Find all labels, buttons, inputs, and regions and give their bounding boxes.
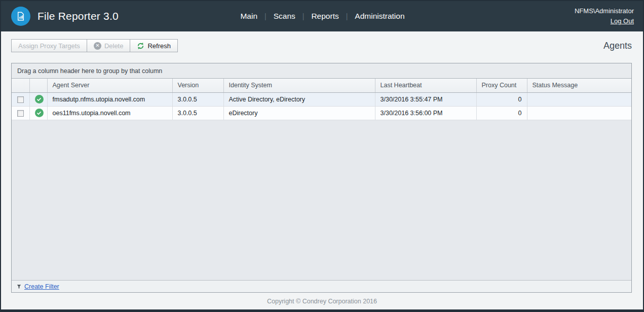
group-by-hint: Drag a column header here to group by th…	[17, 67, 162, 75]
column-header-identity-system[interactable]: Identity System	[223, 79, 375, 92]
app-header: File Reporter 3.0 Main | Scans | Reports…	[1, 1, 643, 31]
agent-ok-status-icon	[35, 95, 44, 103]
refresh-label: Refresh	[147, 42, 171, 50]
last-heartbeat-cell: 3/30/2016 3:56:00 PM	[375, 106, 476, 120]
proxy-count-cell: 0	[476, 106, 527, 120]
copyright-text: Copyright © Condrey Corporation 2016	[267, 298, 377, 305]
logged-in-user: NFMS\Administrator	[451, 6, 634, 16]
version-cell: 3.0.0.5	[172, 92, 223, 106]
last-heartbeat-cell: 3/30/2016 3:55:47 PM	[375, 92, 476, 106]
column-header-last-heartbeat[interactable]: Last Heartbeat	[375, 79, 476, 92]
nav-item-reports[interactable]: Reports	[304, 9, 346, 24]
identity-system-cell: eDirectory	[223, 106, 375, 120]
delete-button[interactable]: ✕ Delete	[87, 39, 131, 52]
page-title: Agents	[603, 39, 632, 51]
column-header-proxy-count[interactable]: Proxy Count	[476, 79, 527, 92]
row-checkbox[interactable]	[17, 110, 24, 117]
row-checkbox-cell	[12, 106, 29, 120]
app-title: File Reporter 3.0	[37, 10, 119, 22]
brand: File Reporter 3.0	[11, 7, 194, 26]
proxy-count-cell: 0	[476, 92, 527, 106]
table-row[interactable]: oes11fms.utopia.novell.com 3.0.0.5 eDire…	[12, 106, 631, 120]
filter-funnel-icon	[17, 284, 21, 289]
footer-bar: Copyright © Condrey Corporation 2016	[1, 293, 643, 309]
nav-item-administration[interactable]: Administration	[348, 9, 411, 24]
status-message-cell	[527, 92, 631, 106]
version-cell: 3.0.0.5	[172, 106, 223, 120]
grid-empty-area	[12, 120, 631, 281]
create-filter-link[interactable]: Create Filter	[24, 283, 59, 290]
column-header-version[interactable]: Version	[172, 79, 223, 92]
logout-link[interactable]: Log Out	[611, 16, 634, 26]
assign-proxy-targets-label: Assign Proxy Targets	[18, 42, 80, 50]
document-chart-icon	[15, 11, 26, 22]
toolbar-button-group: Assign Proxy Targets ✕ Delete Refresh	[11, 39, 178, 52]
agents-grid-panel: Drag a column header here to group by th…	[11, 63, 632, 293]
assign-proxy-targets-button[interactable]: Assign Proxy Targets	[11, 39, 87, 52]
select-all-header-cell	[12, 79, 29, 92]
agent-server-cell: oes11fms.utopia.novell.com	[47, 106, 172, 120]
status-message-cell	[527, 106, 631, 120]
delete-label: Delete	[104, 42, 124, 50]
nav-item-scans[interactable]: Scans	[267, 9, 302, 24]
identity-system-cell: Active Directory, eDirectory	[223, 92, 375, 106]
agents-table: Agent Server Version Identity System Las…	[12, 79, 631, 120]
file-reporter-logo-icon	[11, 7, 30, 26]
delete-icon: ✕	[94, 42, 101, 50]
row-checkbox[interactable]	[17, 96, 24, 103]
user-block: NFMS\Administrator Log Out	[451, 6, 634, 26]
app-window: File Reporter 3.0 Main | Scans | Reports…	[0, 0, 644, 312]
refresh-icon	[137, 42, 144, 50]
main-nav: Main | Scans | Reports | Administration	[194, 9, 451, 24]
table-row[interactable]: fmsadutp.nfms.utopia.novell.com 3.0.0.5 …	[12, 92, 631, 106]
group-by-drop-zone[interactable]: Drag a column header here to group by th…	[12, 63, 631, 79]
nav-item-main[interactable]: Main	[233, 9, 264, 24]
column-header-agent-server[interactable]: Agent Server	[47, 79, 172, 92]
filter-bar: Create Filter	[12, 280, 631, 292]
refresh-button[interactable]: Refresh	[130, 39, 178, 52]
agent-ok-status-icon	[35, 109, 44, 117]
agent-server-cell: fmsadutp.nfms.utopia.novell.com	[47, 92, 172, 106]
table-header-row: Agent Server Version Identity System Las…	[12, 79, 631, 92]
row-status-cell	[29, 92, 47, 106]
column-header-status-message[interactable]: Status Message	[527, 79, 631, 92]
toolbar-row: Assign Proxy Targets ✕ Delete Refresh Ag…	[1, 31, 643, 59]
row-checkbox-cell	[12, 92, 29, 106]
row-status-cell	[29, 106, 47, 120]
status-icon-header-cell	[29, 79, 47, 92]
